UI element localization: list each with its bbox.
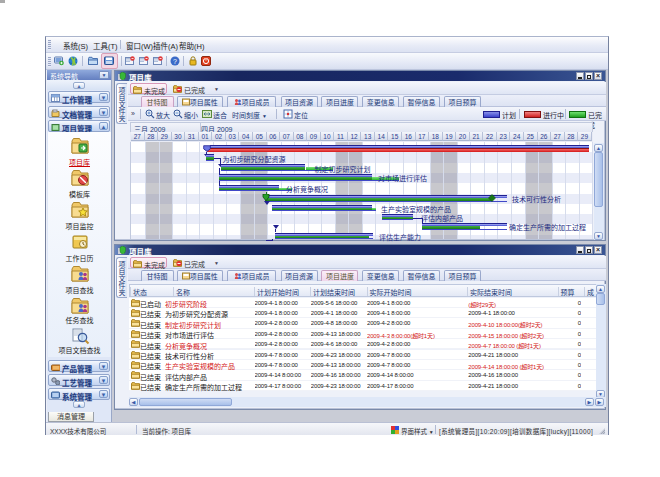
- svg-text:?: ?: [173, 58, 177, 65]
